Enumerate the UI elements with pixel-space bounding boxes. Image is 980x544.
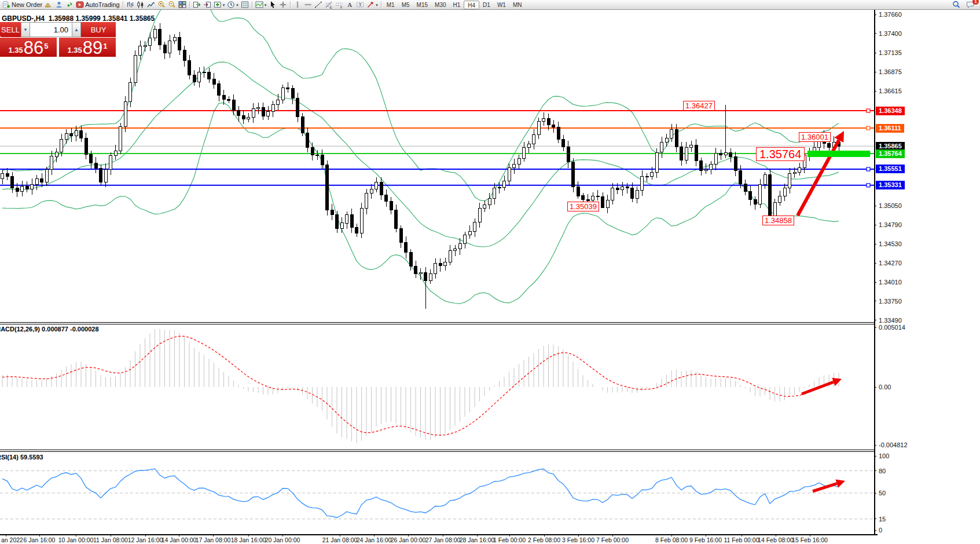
time-axis[interactable]: an 20226 Jan 16:0010 Jan 00:0011 Jan 08:… — [0, 535, 878, 544]
candlestick-chart-button[interactable] — [135, 1, 146, 9]
bar-chart-button[interactable] — [125, 1, 135, 9]
svg-text:F: F — [340, 6, 343, 9]
channel-icon: F — [335, 1, 343, 9]
axis-tick — [874, 387, 876, 388]
level-handle[interactable] — [867, 184, 870, 187]
new-chart-button[interactable]: ▾ — [212, 1, 226, 9]
dropdown-arrow-icon: ▾ — [223, 1, 225, 9]
level-handle[interactable] — [867, 167, 870, 171]
timeframe-button-w1[interactable]: W1 — [494, 1, 509, 9]
horizontal-line-button[interactable] — [303, 1, 313, 9]
crosshair-button[interactable] — [278, 1, 288, 9]
line-chart-button[interactable] — [146, 1, 156, 9]
axis-tick — [874, 530, 876, 531]
level-handle[interactable] — [867, 109, 870, 112]
trend-arrow[interactable] — [802, 382, 834, 394]
buy-price-pips: 89 — [83, 40, 102, 56]
notification-badge: 1 — [972, 0, 979, 5]
notifications-button[interactable]: 1 — [965, 1, 975, 9]
time-label: 11 Feb 00:00 — [724, 536, 759, 543]
fibonacci-button[interactable]: E — [324, 1, 334, 9]
rsi-panel[interactable] — [0, 452, 874, 534]
highlight-band[interactable] — [808, 151, 870, 157]
indicators-button[interactable]: ▾ — [254, 1, 268, 9]
autotrading-button[interactable]: AutoTrading — [75, 1, 121, 9]
label-icon: T — [356, 1, 364, 9]
channel-button[interactable]: F — [334, 1, 344, 9]
zoom-out-button[interactable] — [167, 1, 177, 9]
timeframe-button-h1[interactable]: H1 — [450, 1, 464, 9]
axis-tick-label: 1.37400 — [879, 30, 902, 37]
axis-tick-label: 15 — [879, 516, 886, 523]
macd-panel[interactable] — [0, 324, 874, 450]
timeframe-button-m15[interactable]: M15 — [413, 1, 431, 9]
templates-button[interactable] — [240, 1, 250, 9]
timeframe-button-h4[interactable]: H4 — [464, 1, 479, 9]
cursor-button[interactable] — [267, 1, 278, 9]
price-callout[interactable]: 1.36001 — [799, 132, 831, 142]
time-label: 20 Jan 00:00 — [265, 536, 300, 543]
axis-tick — [874, 282, 876, 283]
panel-divider[interactable] — [0, 322, 878, 324]
macd-values: 0.000877 -0.000028 — [42, 326, 98, 333]
timeframe-button-mn[interactable]: MN — [509, 1, 526, 9]
auto-scroll-button[interactable] — [192, 1, 202, 9]
tile-windows-icon — [178, 1, 186, 9]
price-axis[interactable]: 1.376601.374001.371351.368751.366151.350… — [875, 10, 980, 534]
trade-panel-top-row: SELL ▼ ▲ BUY — [0, 22, 116, 37]
time-label: 2 Feb 08:00 — [528, 536, 560, 543]
trend-arrow[interactable] — [813, 484, 837, 491]
new-order-button[interactable]: New Order — [1, 1, 43, 9]
chart-symbol: GBPUSD-,H4 — [2, 14, 45, 23]
time-label: 1 Feb 00:00 — [493, 536, 526, 543]
text-button[interactable]: A — [344, 1, 355, 9]
toolbar: New Order AutoTrading — [0, 0, 980, 10]
price-callout[interactable]: 1.34858 — [762, 216, 794, 225]
axis-tick — [874, 320, 876, 320]
timeframe-button-m1[interactable]: M1 — [383, 1, 398, 9]
price-callout[interactable]: 1.36427 — [683, 101, 715, 111]
rsi-label: RSI(14) 59.5593 — [0, 454, 43, 461]
text-icon: A — [346, 1, 354, 9]
sell-button[interactable]: SELL — [0, 22, 21, 37]
axis-tick-label: 1.35050 — [879, 202, 902, 209]
search-button[interactable] — [951, 1, 961, 9]
price-callout[interactable]: 1.35764 — [756, 147, 805, 161]
volume-input[interactable] — [30, 22, 72, 37]
axis-tick-label: 1.37660 — [879, 11, 902, 18]
price-callout[interactable]: 1.35039 — [567, 202, 599, 211]
axis-tick-label: 1.34270 — [879, 260, 902, 266]
shapes-button[interactable]: ▾ — [365, 1, 379, 9]
signals-button[interactable] — [64, 1, 75, 9]
main-chart[interactable] — [0, 10, 874, 322]
chart-ohlc-header: GBPUSD-,H4 1.35988 1.35999 1.35841 1.358… — [2, 14, 155, 23]
buy-price-point: 1 — [103, 38, 107, 55]
market-watch-button[interactable] — [43, 1, 54, 9]
trade-panel-price-row: 1.35 86 5 1.35 89 1 — [0, 38, 116, 57]
axis-tick — [874, 263, 876, 264]
indicators-icon — [255, 1, 263, 9]
axis-tick-label: 1.33490 — [879, 317, 902, 324]
chart-shift-button[interactable] — [202, 1, 212, 9]
signal-icon — [65, 1, 74, 9]
timeframe-button-m5[interactable]: M5 — [398, 1, 413, 9]
vertical-line-button[interactable] — [292, 1, 303, 9]
level-handle[interactable] — [867, 126, 870, 130]
trendline-button[interactable] — [313, 1, 324, 9]
dropdown-arrow-icon: ▾ — [265, 1, 267, 9]
axis-tick-label: 80 — [879, 468, 886, 474]
volume-increase-button[interactable]: ▲ — [72, 22, 81, 37]
timeframe-button-d1[interactable]: D1 — [479, 1, 494, 9]
time-label: 8 Feb 08:00 — [655, 536, 688, 543]
volume-decrease-button[interactable]: ▼ — [21, 22, 30, 37]
zoom-in-button[interactable] — [156, 1, 167, 9]
accounts-button[interactable] — [54, 1, 64, 9]
toolbar-separator — [290, 1, 291, 9]
rsi-name: RSI(14) — [0, 454, 19, 461]
periods-button[interactable]: ▾ — [226, 1, 240, 9]
buy-button[interactable]: BUY — [81, 22, 116, 37]
text-label-button[interactable]: T — [355, 1, 365, 9]
panel-divider[interactable] — [0, 450, 878, 452]
tile-windows-button[interactable] — [177, 1, 188, 9]
timeframe-button-m30[interactable]: M30 — [431, 1, 449, 9]
